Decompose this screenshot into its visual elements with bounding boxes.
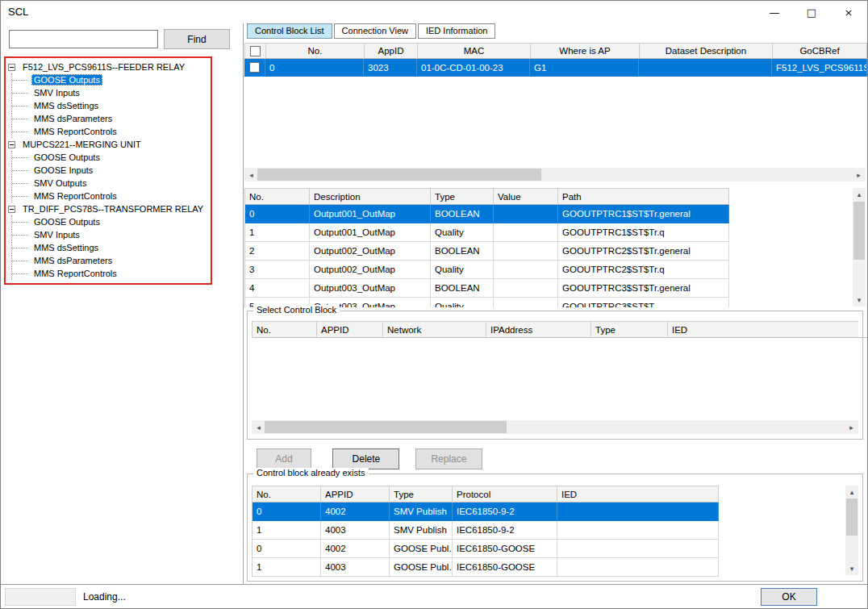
- column-header[interactable]: No.: [245, 189, 310, 205]
- scrollbar-thumb[interactable]: [846, 498, 858, 536]
- tree-node-row[interactable]: F512_LVS_PCS9611S--FEEDER RELAY: [8, 60, 236, 73]
- tree-item[interactable]: MMS dsSettings: [12, 99, 236, 112]
- dataset-entries-table: No.DescriptionTypeValuePath 0Output001_O…: [244, 188, 729, 307]
- tree-item[interactable]: SMV Inputs: [12, 228, 236, 241]
- tree-node-row[interactable]: TR_DIFF_PCS78S--TRANSFORMER RELAY: [8, 202, 236, 215]
- scroll-up-icon[interactable]: ▴: [845, 486, 858, 498]
- table-row[interactable]: 3Output002_OutMapQualityGOOUTPTRC2$ST$Tr…: [245, 261, 729, 279]
- tree-connector: [12, 157, 28, 158]
- table-cell: F512_LVS_PCS9611SPI: [772, 59, 867, 77]
- column-header[interactable]: Type: [390, 486, 453, 503]
- table-row[interactable]: 1Output001_OutMapQualityGOOUTPTRC1$ST$Tr…: [245, 223, 729, 242]
- scroll-right-icon[interactable]: ▸: [852, 168, 866, 181]
- table-row[interactable]: 04002GOOSE Publ...IEC61850-GOOSE: [252, 540, 719, 558]
- tree-item[interactable]: MMS dsSettings: [12, 241, 236, 254]
- maximize-icon[interactable]: □: [793, 1, 830, 23]
- status-bar: Loading... OK: [1, 584, 867, 608]
- tree-item[interactable]: MMS ReportControls: [12, 190, 236, 202]
- column-header[interactable]: AppID: [365, 44, 418, 59]
- tree-item[interactable]: SMV Outputs: [12, 177, 236, 190]
- scrollbar-thumb[interactable]: [257, 169, 541, 181]
- tree-connector: [12, 222, 28, 223]
- column-header[interactable]: Type: [591, 322, 668, 338]
- tree-collapse-icon[interactable]: [8, 141, 15, 148]
- delete-button[interactable]: Delete: [332, 448, 399, 469]
- scroll-right-icon[interactable]: ▸: [845, 420, 858, 434]
- replace-button[interactable]: Replace: [415, 448, 482, 469]
- tree-node-row[interactable]: MUPCS221--MERGING UNIT: [8, 138, 236, 151]
- tab-control-block-list[interactable]: Control Block List: [247, 23, 332, 39]
- scroll-left-icon[interactable]: ◂: [252, 420, 265, 434]
- tree-item[interactable]: MMS dsParameters: [12, 112, 236, 125]
- table-row[interactable]: 0302301-0C-CD-01-00-23G1F512_LVS_PCS9611…: [244, 59, 867, 77]
- horizontal-scrollbar[interactable]: ◂ ▸: [252, 420, 858, 434]
- close-icon[interactable]: ×: [830, 1, 867, 23]
- horizontal-scrollbar[interactable]: ◂ ▸: [244, 168, 866, 181]
- column-header[interactable]: No.: [266, 44, 365, 59]
- scroll-down-icon[interactable]: ▾: [845, 562, 858, 575]
- vertical-scrollbar[interactable]: ▴ ▾: [845, 486, 858, 575]
- table-cell: 1: [245, 223, 310, 242]
- column-header[interactable]: Description: [310, 189, 431, 205]
- column-header[interactable]: IPAddress: [486, 322, 591, 338]
- table-cell: 4: [245, 279, 310, 298]
- column-header[interactable]: Dataset Description: [640, 44, 773, 59]
- table-cell: G1: [530, 59, 639, 77]
- column-header[interactable]: APPID: [321, 486, 390, 503]
- table-row[interactable]: 14003GOOSE Publ...IEC61850-GOOSE: [252, 558, 719, 577]
- scrollbar-thumb[interactable]: [265, 421, 507, 433]
- table-row[interactable]: 0Output001_OutMapBOOLEANGOOUTPTRC1$ST$Tr…: [245, 205, 729, 223]
- vertical-scrollbar[interactable]: ▴ ▾: [853, 188, 866, 307]
- table-cell: [639, 59, 772, 77]
- add-button[interactable]: Add: [257, 448, 311, 469]
- tab-ied-information[interactable]: IED Information: [418, 23, 495, 39]
- column-header[interactable]: No.: [252, 486, 321, 503]
- table-row[interactable]: 04002SMV PublishIEC61850-9-2: [252, 503, 719, 521]
- table-cell: 01-0C-CD-01-00-23: [417, 59, 530, 77]
- tab-connection-view[interactable]: Connection View: [334, 23, 416, 39]
- table-row[interactable]: 2Output002_OutMapBOOLEANGOOUTPTRC2$ST$Tr…: [245, 242, 729, 261]
- select-all-checkbox[interactable]: [250, 46, 261, 56]
- table-row[interactable]: 14003SMV PublishIEC61850-9-2: [252, 521, 719, 540]
- tree-item[interactable]: MMS ReportControls: [12, 267, 236, 280]
- row-checkbox[interactable]: [249, 62, 260, 73]
- window-controls: — □ ×: [756, 1, 867, 23]
- column-header[interactable]: No.: [252, 322, 317, 338]
- find-button[interactable]: Find: [164, 29, 230, 49]
- scrollbar-thumb[interactable]: [853, 202, 865, 260]
- column-header[interactable]: Protocol: [453, 486, 557, 503]
- scroll-up-icon[interactable]: ▴: [853, 188, 866, 201]
- scroll-down-icon[interactable]: ▾: [853, 294, 866, 307]
- group-title: Select Control Block: [253, 305, 340, 315]
- column-header[interactable]: Type: [431, 189, 494, 205]
- table-row[interactable]: 4Output003_OutMapBOOLEANGOOUTPTRC3$ST$Tr…: [245, 279, 729, 298]
- column-header[interactable]: Path: [558, 189, 729, 205]
- table-cell: [494, 205, 558, 223]
- table-cell: 0: [245, 205, 310, 223]
- table-cell: 4002: [321, 540, 390, 558]
- column-header[interactable]: IED: [668, 322, 868, 338]
- tree-item[interactable]: MMS dsParameters: [12, 254, 236, 267]
- tree-item[interactable]: MMS ReportControls: [12, 125, 236, 138]
- column-header[interactable]: Network: [383, 322, 486, 338]
- column-header[interactable]: GoCBRef: [773, 44, 867, 59]
- tree-item[interactable]: SMV Inputs: [12, 86, 236, 99]
- minimize-icon[interactable]: —: [756, 1, 793, 23]
- column-header[interactable]: IED: [557, 486, 719, 503]
- table-cell: GOOSE Publ...: [390, 540, 453, 558]
- tree-collapse-icon[interactable]: [8, 64, 15, 71]
- tree-item[interactable]: GOOSE Outputs: [12, 215, 236, 228]
- column-header[interactable]: MAC: [418, 44, 531, 59]
- tree-collapse-icon[interactable]: [8, 206, 15, 213]
- ok-button[interactable]: OK: [761, 588, 817, 606]
- column-header[interactable]: APPID: [317, 322, 383, 338]
- scroll-left-icon[interactable]: ◂: [244, 168, 258, 181]
- tree-item[interactable]: GOOSE Outputs: [12, 73, 236, 86]
- tree-item[interactable]: GOOSE Outputs: [12, 151, 236, 164]
- table-cell: SMV Publish: [390, 521, 453, 540]
- search-input[interactable]: [9, 30, 158, 48]
- tree-item[interactable]: GOOSE Inputs: [12, 164, 236, 177]
- column-header[interactable]: Where is AP: [531, 44, 640, 59]
- tree-item-label: MMS dsSettings: [31, 100, 101, 111]
- column-header[interactable]: Value: [494, 189, 558, 205]
